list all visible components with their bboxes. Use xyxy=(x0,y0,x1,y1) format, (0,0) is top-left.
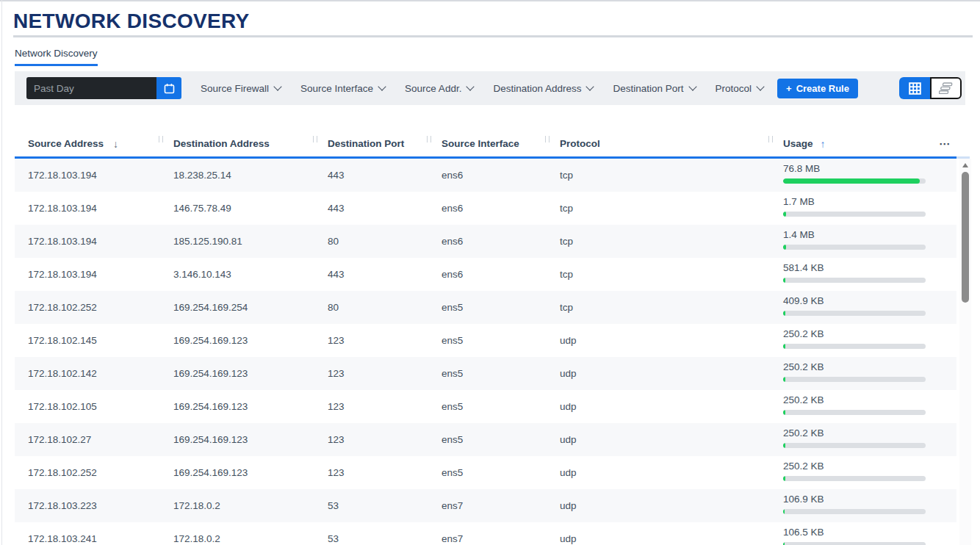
table-row[interactable]: 172.18.102.142 169.254.169.123 123 ens5 … xyxy=(15,357,956,390)
chevron-down-icon xyxy=(273,82,281,90)
table-row[interactable]: 172.18.103.194 146.75.78.49 443 ens6 tcp… xyxy=(15,192,956,225)
table-row[interactable]: 172.18.103.194 185.125.190.81 80 ens6 tc… xyxy=(15,225,956,258)
cell-destination-address: 172.18.0.2 xyxy=(160,489,314,522)
usage-bar-track xyxy=(783,377,926,382)
chevron-down-icon xyxy=(586,82,594,90)
sort-asc-icon: ↑ xyxy=(821,138,826,150)
column-header-source-interface[interactable]: Source Interface xyxy=(428,131,547,156)
column-header-destination-port[interactable]: Destination Port xyxy=(314,131,428,156)
usage-bar-fill xyxy=(783,410,785,415)
filter-dropdown[interactable]: Destination Address xyxy=(493,83,593,94)
column-header-destination-address[interactable]: Destination Address xyxy=(160,131,314,156)
cell-usage: 1.4 MB xyxy=(770,225,933,258)
table-row[interactable]: 172.18.102.145 169.254.169.123 123 ens5 … xyxy=(15,324,956,357)
column-header-usage[interactable]: Usage ↑ xyxy=(770,131,933,156)
cell-usage: 250.2 KB xyxy=(770,456,933,489)
chevron-down-icon xyxy=(756,82,764,90)
cell-destination-address: 172.18.0.2 xyxy=(160,522,314,545)
filter-dropdown[interactable]: Source Addr. xyxy=(405,83,473,94)
filter-dropdown[interactable]: Destination Port xyxy=(613,83,695,94)
cell-usage: 76.8 MB xyxy=(770,159,933,192)
cell-spacer xyxy=(933,390,956,423)
usage-value: 250.2 KB xyxy=(783,427,933,438)
column-separator xyxy=(159,136,163,142)
cell-protocol: udp xyxy=(547,324,770,357)
cell-destination-address: 169.254.169.123 xyxy=(160,423,314,456)
cell-usage: 106.9 KB xyxy=(770,489,933,522)
left-border xyxy=(1,0,2,545)
usage-bar-track xyxy=(783,542,926,545)
table-row[interactable]: 172.18.103.194 3.146.10.143 443 ens6 tcp… xyxy=(15,258,956,291)
usage-bar-fill xyxy=(783,311,785,316)
usage-bar-track xyxy=(783,278,926,283)
cell-protocol: udp xyxy=(547,390,770,423)
table-row[interactable]: 172.18.102.27 169.254.169.123 123 ens5 u… xyxy=(15,423,956,456)
column-label: Source Address xyxy=(28,138,104,149)
column-options-button[interactable]: ⋯ xyxy=(933,131,956,156)
cell-destination-port: 53 xyxy=(314,522,428,545)
filter-dropdown[interactable]: Source Interface xyxy=(300,83,385,94)
usage-bar-fill xyxy=(783,178,920,184)
cell-destination-address: 18.238.25.14 xyxy=(160,159,314,192)
filter-dropdown[interactable]: Protocol xyxy=(716,83,764,94)
filter-toolbar: Source Firewall Source Interface Source … xyxy=(15,71,965,105)
table-row[interactable]: 172.18.102.252 169.254.169.123 123 ens5 … xyxy=(15,456,956,489)
vertical-scrollbar xyxy=(959,159,971,545)
cell-protocol: udp xyxy=(547,489,770,522)
column-label: Destination Port xyxy=(328,138,404,149)
calendar-button[interactable] xyxy=(156,77,181,99)
cell-source-interface: ens5 xyxy=(428,291,547,324)
filter-dropdown-label: Source Interface xyxy=(300,83,373,94)
usage-bar-track xyxy=(783,178,926,184)
table-view-button[interactable] xyxy=(899,77,930,99)
cell-source-address: 172.18.103.223 xyxy=(15,489,160,522)
table-row[interactable]: 172.18.103.223 172.18.0.2 53 ens7 udp 10… xyxy=(15,489,956,522)
usage-bar-fill xyxy=(783,509,785,514)
usage-bar-track xyxy=(783,344,926,349)
filter-dropdown[interactable]: Source Firewall xyxy=(201,83,281,94)
cell-destination-address: 169.254.169.123 xyxy=(160,390,314,423)
usage-bar-track xyxy=(783,311,926,316)
filter-dropdown-label: Destination Port xyxy=(613,83,683,94)
date-range-group xyxy=(26,77,181,99)
cell-source-interface: ens5 xyxy=(428,423,547,456)
cell-spacer xyxy=(933,225,956,258)
cell-usage: 250.2 KB xyxy=(770,390,933,423)
grid-view-icon xyxy=(909,82,921,95)
scrollbar-thumb[interactable] xyxy=(962,172,969,303)
cell-protocol: udp xyxy=(547,357,770,390)
cell-source-interface: ens6 xyxy=(428,258,547,291)
cell-protocol: tcp xyxy=(547,192,770,225)
cell-destination-port: 443 xyxy=(314,258,428,291)
cell-usage: 106.5 KB xyxy=(770,522,933,545)
column-header-source-address[interactable]: Source Address ↓ xyxy=(15,131,160,156)
cell-spacer xyxy=(933,423,956,456)
column-label: Destination Address xyxy=(173,138,270,149)
table-row[interactable]: 172.18.102.252 169.254.169.254 80 ens5 t… xyxy=(15,291,956,324)
table-row[interactable]: 172.18.102.105 169.254.169.123 123 ens5 … xyxy=(15,390,956,423)
create-rule-button[interactable]: + Create Rule xyxy=(777,79,858,98)
date-range-input[interactable] xyxy=(26,77,156,99)
chevron-down-icon xyxy=(466,82,475,90)
active-tab-underline xyxy=(15,64,98,66)
column-label: Usage xyxy=(783,138,813,149)
table-row[interactable]: 172.18.103.241 172.18.0.2 53 ens7 udp 10… xyxy=(15,522,956,545)
usage-bar-fill xyxy=(783,542,785,545)
cell-source-interface: ens7 xyxy=(428,489,547,522)
cell-source-address: 172.18.102.145 xyxy=(15,324,160,357)
table-row[interactable]: 172.18.103.194 18.238.25.14 443 ens6 tcp… xyxy=(15,159,956,192)
filter-dropdowns: Source Firewall Source Interface Source … xyxy=(201,83,763,94)
sort-desc-icon: ↓ xyxy=(113,138,118,150)
cell-spacer xyxy=(933,456,956,489)
cell-destination-port: 123 xyxy=(314,324,428,357)
cell-spacer xyxy=(933,489,956,522)
cell-destination-port: 123 xyxy=(314,357,428,390)
column-header-protocol[interactable]: Protocol xyxy=(547,131,770,156)
cell-destination-address: 169.254.169.123 xyxy=(160,324,314,357)
scroll-up-arrow-icon[interactable] xyxy=(962,163,968,167)
usage-bar-track xyxy=(783,509,926,514)
cell-destination-address: 169.254.169.123 xyxy=(160,357,314,390)
usage-bar-fill xyxy=(783,344,785,349)
flow-view-button[interactable] xyxy=(930,77,962,99)
tab-network-discovery[interactable]: Network Discovery xyxy=(15,48,98,59)
